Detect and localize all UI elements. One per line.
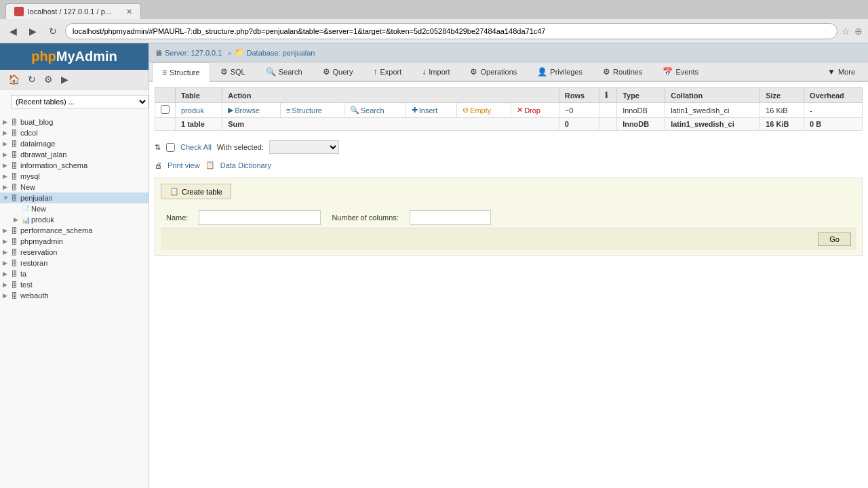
create-table-button[interactable]: 📋 Create table: [161, 184, 231, 199]
name-label: Name:: [166, 214, 188, 222]
check-all-checkbox[interactable]: [166, 143, 175, 152]
sidebar-item-reservation[interactable]: ▶ 🗄 reservation: [0, 247, 149, 258]
breadcrumb-db-link[interactable]: Database: penjualan: [247, 49, 315, 57]
sidebar-item-buat_blog[interactable]: ▶ 🗄 buat_blog: [0, 117, 149, 127]
db-label: dataimage: [20, 140, 55, 148]
row-count: ~0: [565, 106, 574, 115]
row-checkbox[interactable]: [161, 105, 170, 114]
insert-link[interactable]: ✚ Insert: [412, 106, 438, 115]
row-type: InnoDB: [617, 103, 665, 118]
home-button[interactable]: 🏠: [5, 73, 22, 86]
import-icon: ↓: [422, 67, 426, 77]
sidebar-item-dbrawat_jalan[interactable]: ▶ 🗄 dbrawat_jalan: [0, 149, 149, 160]
sidebar-item-phpmyadmin[interactable]: ▶ 🗄 phpmyadmin: [0, 236, 149, 247]
browser-tab[interactable]: localhost / 127.0.0.1 / p... ✕: [5, 3, 141, 19]
col-action: Action: [222, 88, 559, 103]
bookmark-icon[interactable]: ☆: [842, 26, 850, 37]
tab-search[interactable]: 🔍 Search: [256, 62, 313, 81]
sidebar-item-ta[interactable]: ▶ 🗄 ta: [0, 268, 149, 279]
back-button[interactable]: ◀: [5, 24, 21, 38]
table-name-input[interactable]: [199, 210, 321, 225]
sidebar-item-restoran[interactable]: ▶ 🗄 restoran: [0, 258, 149, 268]
check-all-button[interactable]: Check All: [180, 143, 212, 151]
console-button[interactable]: ▶: [58, 73, 71, 86]
sidebar-item-information_schema[interactable]: ▶ 🗄 information_schema: [0, 160, 149, 171]
extensions-icon[interactable]: ⊕: [854, 26, 863, 37]
sidebar-item-penjualan-new[interactable]: 📄 New: [11, 203, 149, 214]
forward-button[interactable]: ▶: [25, 24, 41, 38]
print-links: 🖨 Print view 📋 Data Dictionary: [155, 158, 863, 175]
tab-export[interactable]: ↑ Export: [363, 62, 412, 81]
sidebar-item-test[interactable]: ▶ 🗄 test: [0, 279, 149, 290]
tab-import-label: Import: [429, 68, 450, 76]
settings-button[interactable]: ⚙: [41, 73, 56, 86]
database-tree: ▶ 🗄 buat_blog ▶ 🗄 cdcol ▶ 🗄 dataimage ▶ …: [0, 114, 149, 488]
go-button[interactable]: Go: [818, 232, 851, 246]
expand-icon: ▶: [3, 227, 9, 234]
structure-link-icon: ≡: [286, 106, 290, 115]
export-icon: ↑: [374, 67, 378, 77]
empty-link[interactable]: ⊘ Empty: [462, 106, 491, 115]
events-icon: 📅: [663, 67, 673, 77]
col-type-icon: ℹ: [599, 88, 617, 103]
breadcrumb-server-icon: 🖥: [155, 49, 162, 57]
sidebar-item-penjualan[interactable]: ▼ 🗄 penjualan: [0, 192, 149, 203]
tab-title: localhost / 127.0.0.1 / p...: [28, 7, 111, 16]
refresh-button[interactable]: ↻: [25, 73, 39, 86]
tab-query[interactable]: ⚙ Query: [313, 62, 363, 81]
sum-size: 16 KiB: [760, 118, 804, 131]
expand-icon: ▼: [3, 195, 9, 201]
sum-label: 1 table: [176, 118, 222, 131]
print-view-link[interactable]: Print view: [167, 161, 200, 169]
tab-privileges[interactable]: 👤 Privileges: [527, 62, 593, 81]
expand-icon: ▶: [3, 249, 9, 256]
tab-close-button[interactable]: ✕: [126, 7, 132, 16]
tab-structure[interactable]: ≡ Structure: [152, 62, 210, 82]
row-drop-cell: ✕ Drop: [511, 103, 559, 118]
tab-import[interactable]: ↓ Import: [412, 62, 460, 81]
drop-link[interactable]: ✕ Drop: [517, 106, 540, 115]
go-area: Go: [161, 228, 856, 250]
data-dictionary-link[interactable]: Data Dictionary: [220, 161, 271, 169]
url-bar[interactable]: [65, 23, 837, 39]
db-icon: 🗄: [11, 249, 19, 256]
reload-button[interactable]: ↻: [45, 24, 61, 38]
create-table-form: Name: Number of columns:: [161, 207, 856, 228]
tab-sql[interactable]: ⚙ SQL: [210, 62, 256, 81]
sidebar-item-webauth[interactable]: ▶ 🗄 webauth: [0, 290, 149, 301]
tab-routines[interactable]: ⚙ Routines: [593, 62, 652, 81]
sidebar-item-cdcol[interactable]: ▶ 🗄 cdcol: [0, 127, 149, 138]
row-empty-cell: ⊘ Empty: [457, 103, 511, 118]
breadcrumb: 🖥 Server: 127.0.0.1 » 📁 Database: penjua…: [149, 43, 868, 62]
sidebar-item-new-top[interactable]: ▶ 🗄 New: [0, 182, 149, 192]
sidebar-item-mysql[interactable]: ▶ 🗄 mysql: [0, 171, 149, 182]
tab-events[interactable]: 📅 Events: [652, 62, 709, 81]
operations-icon: ⚙: [470, 67, 477, 77]
drop-icon: ✕: [517, 106, 523, 115]
pma-logo-text: phpMyAdmin: [8, 49, 140, 64]
expand-icon: ▶: [3, 162, 9, 169]
expand-icon: ▶: [3, 281, 9, 288]
table-name-link[interactable]: produk: [181, 106, 204, 115]
search-link[interactable]: 🔍 Search: [350, 106, 384, 115]
table-columns-input[interactable]: [410, 210, 491, 225]
tab-more[interactable]: ▼ More: [817, 62, 865, 81]
db-label: dbrawat_jalan: [20, 150, 67, 159]
sidebar-item-dataimage[interactable]: ▶ 🗄 dataimage: [0, 138, 149, 149]
row-checkbox-cell: [155, 103, 176, 118]
db-label: reservation: [20, 248, 57, 256]
tab-operations[interactable]: ⚙ Operations: [460, 62, 527, 81]
sidebar-item-produk[interactable]: ▶ 📊 produk: [11, 214, 149, 225]
browse-link[interactable]: ▶ Browse: [228, 106, 260, 115]
breadcrumb-server-link[interactable]: Server: 127.0.0.1: [165, 49, 222, 57]
expand-icon: ▶: [3, 260, 9, 266]
with-selected-select[interactable]: Browse Drop Empty Check Table Optimize T…: [269, 140, 339, 154]
structure-link[interactable]: ≡ Structure: [286, 106, 322, 115]
row-size: 16 KiB: [760, 103, 804, 118]
recent-tables-select[interactable]: (Recent tables) ...: [11, 95, 149, 108]
with-selected-label: With selected:: [217, 143, 264, 151]
content-area: Table Action Rows ℹ Type Collation Size …: [149, 82, 868, 488]
columns-label: Number of columns:: [332, 214, 398, 222]
db-icon: 🗄: [11, 195, 19, 202]
sidebar-item-performance_schema[interactable]: ▶ 🗄 performance_schema: [0, 225, 149, 236]
